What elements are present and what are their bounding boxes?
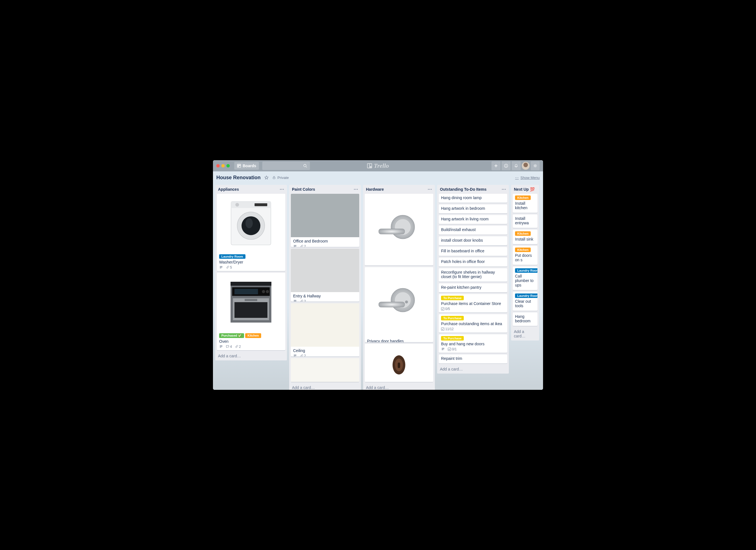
add-card-button[interactable]: Add a card… — [289, 383, 361, 390]
card[interactable]: Hang bedroom — [513, 312, 537, 326]
card[interactable]: Hang dining room lamp — [439, 194, 507, 203]
card[interactable]: Install entrywa — [513, 215, 537, 228]
minimize-window[interactable] — [221, 164, 225, 168]
card-cover-image — [365, 344, 433, 382]
card[interactable]: Fill in baseboard in office — [439, 247, 507, 256]
board-lists-area[interactable]: Appliances ⋯Laundry RoomWasher/Dryer 5Pu… — [213, 184, 543, 390]
board-title[interactable]: House Renovation — [216, 175, 261, 181]
card-label[interactable]: Laundry Room — [515, 268, 537, 273]
card-label[interactable]: Kitchen — [515, 248, 531, 252]
card-label[interactable]: Purchased ✅ — [219, 333, 244, 338]
list-header[interactable]: Paint Colors ⋯ — [289, 185, 361, 193]
list: Appliances ⋯Laundry RoomWasher/Dryer 5Pu… — [215, 185, 287, 360]
card[interactable]: To PurchasePurchase outstanding items at… — [439, 314, 507, 333]
visibility-indicator[interactable]: Private — [272, 176, 289, 180]
card-label[interactable]: Laundry Room — [515, 293, 537, 298]
card[interactable]: Entry & Hallway 2 — [291, 249, 359, 302]
maximize-window[interactable] — [226, 164, 230, 168]
list-menu-button[interactable]: ⋯ — [428, 187, 432, 192]
svg-point-24 — [262, 290, 265, 293]
svg-rect-23 — [235, 289, 258, 294]
bell-icon — [514, 164, 518, 168]
add-card-button[interactable]: Add a card… — [437, 365, 509, 373]
card[interactable]: Re-paint kitchen pantry — [439, 283, 507, 292]
notifications-button[interactable] — [512, 161, 521, 170]
user-avatar[interactable] — [522, 162, 530, 170]
card[interactable]: Hang artwork in bedroom — [439, 205, 507, 214]
list-header[interactable]: Appliances ⋯ — [215, 185, 287, 193]
list-header[interactable]: Next Up 💯 — [511, 185, 539, 193]
card[interactable]: Hang artwork in living room — [439, 215, 507, 224]
list-menu-button[interactable]: ⋯ — [502, 187, 506, 192]
card-title: Office and Bedroom — [293, 239, 357, 244]
add-card-button[interactable]: Add a card… — [511, 327, 539, 340]
settings-button[interactable] — [531, 161, 540, 170]
svg-point-19 — [246, 218, 253, 228]
card-label[interactable]: To Purchase — [441, 336, 464, 340]
card[interactable] — [365, 344, 433, 382]
card[interactable]: Purchased ✅KitchenOven 4 2 — [217, 273, 285, 350]
trello-logo: Trello — [367, 162, 389, 170]
card[interactable]: Reconfigure shelves in hallway closet (t… — [439, 268, 507, 282]
card-title: Hang artwork in bedroom — [441, 206, 505, 211]
card-title: Clear out tools — [515, 299, 535, 308]
card-title: Purchase outstanding items at ikea — [441, 321, 505, 326]
logo-text: Trello — [374, 162, 389, 170]
card[interactable]: Laundry RoomWasher/Dryer 5 — [217, 194, 285, 271]
card-cover-image — [217, 194, 285, 253]
card[interactable]: Office and Bedroom 2 — [291, 194, 359, 247]
card-body: Re-paint kitchen pantry — [439, 283, 507, 292]
card-label[interactable]: Kitchen — [515, 231, 531, 236]
cards-container: Laundry RoomWasher/Dryer 5Purchased ✅Kit… — [215, 193, 287, 351]
card-label[interactable]: To Purchase — [441, 296, 464, 300]
card[interactable]: To PurchasePurchase items at Container S… — [439, 294, 507, 312]
card[interactable]: Privacy door handles 2 — [365, 267, 433, 342]
svg-line-4 — [306, 167, 307, 168]
svg-rect-35 — [379, 302, 405, 307]
card-title: install closet door knobs — [441, 238, 505, 243]
card-badges: 2 — [293, 354, 357, 356]
show-menu-button[interactable]: ⋯ Show Menu — [515, 176, 540, 180]
card[interactable]: Repaint trim — [439, 354, 507, 363]
list-menu-button[interactable]: ⋯ — [280, 187, 284, 192]
star-icon[interactable] — [265, 176, 268, 180]
cards-container: KitchenInstall kitchenInstall entrywaKit… — [511, 193, 539, 327]
card[interactable]: Passage door handles — [365, 194, 433, 266]
attachment-badge: 5 — [226, 266, 232, 270]
attachment-badge: 2 — [300, 299, 306, 302]
list-title: Outstanding To-Do Items — [440, 187, 486, 192]
add-card-button[interactable]: Add a card… — [363, 383, 435, 390]
card[interactable]: Laundry RoomCall plumber to ups — [513, 267, 537, 290]
add-card-button[interactable]: Add a card… — [215, 351, 287, 360]
card-title: Reconfigure shelves in hallway closet (t… — [441, 270, 505, 279]
card[interactable] — [291, 358, 359, 382]
card[interactable]: KitchenInstall sink — [513, 230, 537, 244]
card-body: Fill in baseboard in office — [439, 247, 507, 256]
svg-rect-2 — [239, 165, 240, 166]
card-label[interactable]: Laundry Room — [219, 254, 245, 259]
card[interactable]: install closet door knobs — [439, 236, 507, 245]
info-button[interactable] — [502, 161, 511, 170]
card[interactable]: To PurchaseBuy and hang new doors 0/1 — [439, 334, 507, 353]
create-button[interactable] — [491, 161, 500, 170]
card[interactable]: Build/install exhaust — [439, 226, 507, 235]
search-icon — [303, 164, 307, 168]
card-label[interactable]: To Purchase — [441, 316, 464, 320]
card[interactable]: Patch holes in office floor — [439, 258, 507, 267]
list-menu-button[interactable]: ⋯ — [354, 187, 358, 192]
card-title: Oven — [219, 339, 283, 343]
boards-button[interactable]: Boards — [234, 162, 259, 170]
list-title: Hardware — [366, 187, 384, 192]
close-window[interactable] — [216, 164, 220, 168]
attachment-badge: 2 — [300, 354, 306, 356]
card[interactable]: KitchenInstall kitchen — [513, 194, 537, 213]
card[interactable]: Laundry RoomClear out tools — [513, 292, 537, 311]
card[interactable]: KitchenPut doors on s — [513, 246, 537, 265]
card[interactable]: Ceiling 2 — [291, 303, 359, 356]
card-label[interactable]: Kitchen — [245, 333, 261, 338]
card-body: Patch holes in office floor — [439, 258, 507, 267]
list-header[interactable]: Hardware ⋯ — [363, 185, 435, 193]
search-input[interactable] — [262, 162, 310, 170]
card-label[interactable]: Kitchen — [515, 196, 531, 200]
list-header[interactable]: Outstanding To-Do Items ⋯ — [437, 185, 509, 193]
